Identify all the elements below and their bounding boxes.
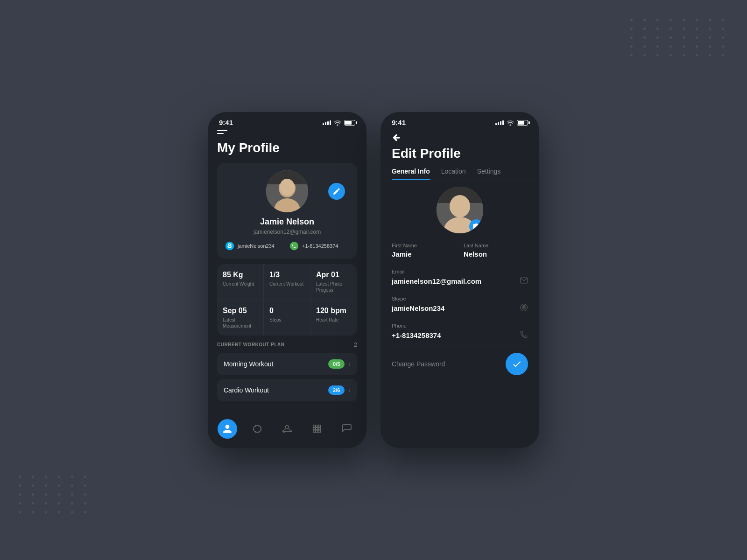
- skype-field: Skype jamieNelson234: [392, 296, 528, 318]
- profile-email: jamienelson12@gmail.com: [225, 229, 350, 235]
- dot: [630, 28, 633, 30]
- phone-value-edit[interactable]: +1-8134258374: [392, 330, 528, 345]
- status-icons-2: [495, 120, 528, 126]
- workout-cardio-right: 2/6 ›: [328, 385, 351, 395]
- nav-messages[interactable]: [337, 419, 357, 439]
- tab-general-info[interactable]: General Info: [392, 168, 430, 180]
- status-bar-2: 9:41: [381, 112, 539, 130]
- dot: [722, 28, 724, 30]
- workout-morning-name: Morning Workout: [224, 360, 273, 368]
- workout-item-morning[interactable]: Morning Workout 0/5 ›: [217, 353, 357, 375]
- dot: [630, 45, 633, 48]
- dot: [709, 19, 711, 21]
- back-button[interactable]: [381, 130, 539, 144]
- dot: [32, 493, 34, 496]
- signal-icon-1: [323, 120, 331, 125]
- dot: [669, 45, 672, 48]
- workout-count: 2: [354, 341, 357, 348]
- email-value[interactable]: jamienelson12@gmail.com: [392, 276, 528, 291]
- battery-icon-1: [344, 120, 355, 126]
- nav-workout[interactable]: [247, 419, 267, 439]
- phone-icon-green: [289, 241, 299, 251]
- nav-activity[interactable]: [277, 419, 297, 439]
- workout-morning-badge: 0/5: [328, 359, 345, 369]
- dot: [643, 45, 646, 48]
- wifi-icon-2: [507, 120, 514, 126]
- goals-icon: [312, 424, 322, 434]
- check-icon: [512, 359, 522, 369]
- svg-point-8: [284, 432, 285, 433]
- first-name-value[interactable]: Jamie: [392, 250, 456, 263]
- profile-avatar-wrap: [225, 170, 350, 212]
- stat-workout-value: 1/3: [269, 271, 304, 279]
- stat-weight-label: Current Weight: [223, 281, 258, 287]
- dot: [32, 511, 34, 513]
- dot-pattern-bottom-left: [19, 476, 91, 513]
- dot: [58, 493, 60, 496]
- dot: [722, 36, 724, 39]
- dot: [71, 511, 73, 513]
- edit-profile-button[interactable]: [328, 183, 345, 200]
- stat-steps: 0 Steps: [264, 300, 310, 336]
- save-button[interactable]: [506, 353, 528, 375]
- last-name-value[interactable]: Nelson: [464, 250, 528, 263]
- dot: [669, 19, 672, 21]
- email-icon: [520, 276, 528, 286]
- dot: [709, 36, 711, 39]
- activity-icon: [282, 424, 292, 434]
- dot: [84, 502, 86, 504]
- hamburger-menu[interactable]: [217, 130, 357, 136]
- nav-profile[interactable]: [218, 419, 237, 439]
- contact-skype: jamieNelson234: [225, 241, 285, 251]
- stat-steps-label: Steps: [269, 317, 304, 323]
- edit-profile-tabs: General Info Location Settings: [381, 168, 539, 180]
- edit-avatar: [437, 187, 483, 233]
- workout-section: CURRENT WORKOUT PLAN 2 Morning Workout 0…: [217, 341, 357, 405]
- tab-location[interactable]: Location: [441, 168, 466, 180]
- dot: [45, 511, 47, 513]
- dot: [84, 511, 86, 513]
- dot: [643, 54, 646, 56]
- phone-field: Phone +1-8134258374: [392, 323, 528, 345]
- workout-item-cardio[interactable]: Cardio Workout 2/6 ›: [217, 379, 357, 401]
- change-photo-button[interactable]: [469, 219, 483, 233]
- phone2-content: Edit Profile General Info Location Setti…: [381, 130, 539, 448]
- dot: [84, 493, 86, 496]
- dot: [32, 476, 34, 478]
- dot: [19, 476, 21, 478]
- svg-point-6: [290, 242, 298, 250]
- skype-icon: [225, 241, 235, 251]
- dot: [84, 484, 86, 487]
- dot: [630, 19, 633, 21]
- dot: [58, 476, 60, 478]
- email-label: Email: [392, 269, 528, 274]
- skype-value: jamieNelson234: [238, 243, 275, 249]
- dot: [696, 36, 698, 39]
- workout-cardio-name: Cardio Workout: [224, 386, 269, 394]
- dot: [71, 484, 73, 487]
- dot: [84, 476, 86, 478]
- svg-point-7: [285, 426, 289, 429]
- workout-icon: [252, 424, 262, 434]
- profile-contacts: jamieNelson234 +1-8134258374: [225, 241, 350, 251]
- nav-goals[interactable]: [307, 419, 327, 439]
- dot: [683, 28, 685, 30]
- dot: [709, 45, 711, 48]
- skype-label: Skype: [392, 296, 528, 301]
- edit-profile-body: First Name Jamie Last Name Nelson Ema: [381, 187, 539, 448]
- workout-plan-title: CURRENT WORKOUT PLAN: [217, 342, 284, 347]
- stats-grid: 85 Kg Current Weight 1/3 Current Workout…: [217, 264, 357, 336]
- stat-weight-value: 85 Kg: [223, 271, 258, 279]
- tab-settings[interactable]: Settings: [477, 168, 501, 180]
- first-name-field: First Name Jamie: [392, 243, 456, 263]
- dot: [19, 502, 21, 504]
- dot: [683, 19, 685, 21]
- pencil-icon: [332, 187, 341, 196]
- signal-icon-2: [495, 120, 504, 125]
- skype-value-edit[interactable]: jamieNelson234: [392, 303, 528, 318]
- avatar: [266, 170, 308, 212]
- stat-photo-value: Apr 01: [316, 271, 352, 279]
- status-time-2: 9:41: [392, 119, 406, 126]
- dot: [656, 19, 659, 21]
- dot: [709, 28, 711, 30]
